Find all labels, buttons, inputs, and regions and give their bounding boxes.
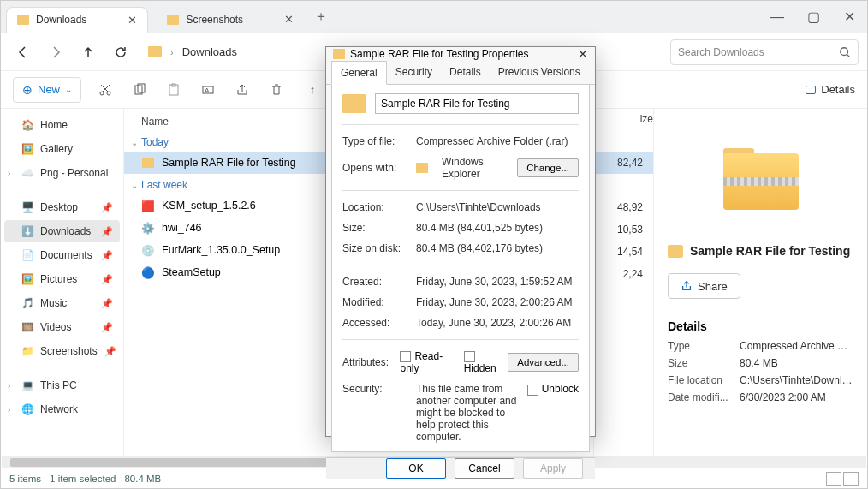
detail-key: Date modifi... [668, 391, 740, 408]
tab-details[interactable]: Details [441, 61, 490, 84]
sidebar-item-music[interactable]: 🎵Music📌 [4, 292, 120, 314]
close-icon[interactable]: ✕ [284, 13, 294, 26]
view-grid-icon[interactable] [843, 472, 859, 486]
svg-point-1 [100, 92, 104, 95]
folder-icon: 📁 [21, 345, 33, 357]
unblock-label: Unblock [542, 383, 579, 395]
tab-security[interactable]: Security [387, 61, 441, 84]
pin-icon[interactable]: 📌 [101, 250, 113, 261]
paste-icon[interactable] [167, 83, 184, 97]
rename-icon[interactable]: A [201, 83, 218, 97]
ok-button[interactable]: OK [386, 458, 446, 479]
sidebar-item-videos[interactable]: 🎞️Videos📌 [4, 316, 120, 338]
pin-icon[interactable]: 📌 [101, 322, 113, 333]
sidebar-item-downloads[interactable]: ⬇️Downloads📌 [4, 220, 120, 242]
refresh-button[interactable] [107, 39, 134, 66]
pin-icon[interactable]: 📌 [101, 298, 113, 309]
detail-key: Type [668, 340, 740, 357]
view-list-icon[interactable] [826, 472, 841, 486]
details-heading: Details [668, 319, 707, 333]
videos-icon: 🎞️ [21, 321, 33, 333]
pin-icon[interactable]: 📌 [101, 226, 113, 237]
address-segment[interactable]: Downloads [182, 45, 237, 58]
dialog-titlebar[interactable]: Sample RAR File for Testing Properties ✕ [326, 47, 595, 61]
forward-button[interactable] [42, 39, 69, 66]
pin-icon[interactable]: 📌 [101, 274, 113, 285]
modified-value: Friday, June 30, 2023, 2:00:26 AM [416, 296, 579, 308]
tab-general[interactable]: General [331, 61, 387, 85]
properties-dialog: Sample RAR File for Testing Properties ✕… [325, 46, 596, 437]
sidebar-label: Home [40, 119, 68, 131]
chevron-right-icon[interactable]: › [8, 405, 10, 414]
chevron-right-icon[interactable]: › [8, 381, 10, 391]
advanced-button[interactable]: Advanced... [508, 353, 579, 372]
svg-text:A: A [205, 86, 210, 94]
sidebar-item-thispc[interactable]: ›💻This PC [4, 374, 120, 397]
sidebar-item-home[interactable]: 🏠Home [4, 114, 120, 136]
copy-icon[interactable] [133, 83, 150, 97]
sidebar-label: Gallery [40, 143, 73, 155]
file-name: FurMark_1.35.0.0_Setup [162, 244, 280, 256]
pin-icon[interactable]: 📌 [104, 346, 116, 357]
maximize-button[interactable]: ▢ [795, 5, 831, 29]
hidden-checkbox[interactable]: Hidden [464, 350, 500, 374]
detail-value: Compressed Archive Fold... [740, 340, 853, 357]
add-tab-button[interactable]: ＋ [314, 8, 328, 26]
zip-folder-icon [342, 94, 366, 113]
tab-screenshots[interactable]: Screenshots ✕ [157, 7, 304, 33]
column-size-header[interactable]: ize [594, 109, 653, 129]
sidebar-label: Screenshots [40, 345, 98, 357]
sidebar-item-network[interactable]: ›🌐Network [4, 398, 120, 420]
share-label: Share [698, 280, 728, 293]
close-button[interactable]: ✕ [831, 5, 867, 29]
sizeondisk-value: 80.4 MB (84,402,176 bytes) [416, 242, 579, 254]
details-toggle[interactable]: Details [806, 83, 855, 96]
sidebar-item-desktop[interactable]: 🖥️Desktop📌 [4, 196, 120, 218]
tab-label: Screenshots [186, 14, 243, 26]
tab-previous-versions[interactable]: Previous Versions [490, 61, 589, 84]
close-icon[interactable]: ✕ [578, 47, 588, 61]
pin-icon[interactable]: 📌 [101, 202, 113, 213]
readonly-checkbox[interactable]: Read-only [400, 350, 446, 374]
file-size: 14,54 [594, 241, 653, 263]
cut-icon[interactable] [98, 83, 116, 97]
desktop-icon: 🖥️ [21, 201, 33, 213]
name-input[interactable] [375, 93, 579, 114]
preview-filename-text: Sample RAR File for Testing [690, 244, 850, 258]
address-bar[interactable]: › Downloads [148, 45, 237, 58]
sidebar-item-png-personal[interactable]: ›☁️Png - Personal [4, 162, 120, 184]
sidebar-item-pictures[interactable]: 🖼️Pictures📌 [4, 268, 120, 290]
share-button[interactable]: Share [668, 273, 740, 299]
delete-icon[interactable] [270, 83, 287, 97]
scrollbar-thumb[interactable] [10, 458, 336, 467]
detail-key: Size [668, 357, 740, 374]
chevron-right-icon[interactable]: › [8, 169, 10, 178]
size-column: ize 82,42 48,92 10,53 14,54 2,24 [593, 109, 653, 456]
sort-icon[interactable]: ↑ [304, 83, 321, 96]
group-label: Today [141, 136, 169, 148]
unblock-checkbox[interactable]: Unblock [527, 383, 579, 395]
sidebar-item-documents[interactable]: 📄Documents📌 [4, 244, 120, 266]
network-icon: 🌐 [21, 403, 33, 415]
back-button[interactable] [9, 39, 37, 66]
sidebar-item-gallery[interactable]: 🖼️Gallery [4, 138, 120, 160]
hidden-label: Hidden [464, 362, 496, 374]
change-button[interactable]: Change... [517, 158, 579, 177]
detail-value: C:\Users\Tinhte\Downloa... [740, 374, 853, 391]
up-button[interactable] [74, 39, 102, 66]
column-name[interactable]: Name [141, 116, 169, 128]
sizeondisk-label: Size on disk: [342, 242, 407, 254]
cancel-button[interactable]: Cancel [455, 458, 514, 479]
file-size: 10,53 [594, 218, 653, 241]
tab-downloads[interactable]: Downloads ✕ [6, 7, 148, 33]
apply-button[interactable]: Apply [523, 458, 583, 479]
close-icon[interactable]: ✕ [128, 14, 137, 27]
search-input[interactable]: Search Downloads [670, 39, 859, 65]
sidebar-item-screenshots[interactable]: 📁Screenshots📌 [4, 340, 120, 362]
new-button[interactable]: ⊕ New ⌄ [13, 77, 81, 103]
name-section [342, 93, 579, 114]
status-item-count: 5 items [9, 474, 41, 484]
detail-key: File location [668, 374, 740, 391]
share-icon[interactable] [235, 83, 253, 97]
minimize-button[interactable]: — [759, 5, 795, 29]
